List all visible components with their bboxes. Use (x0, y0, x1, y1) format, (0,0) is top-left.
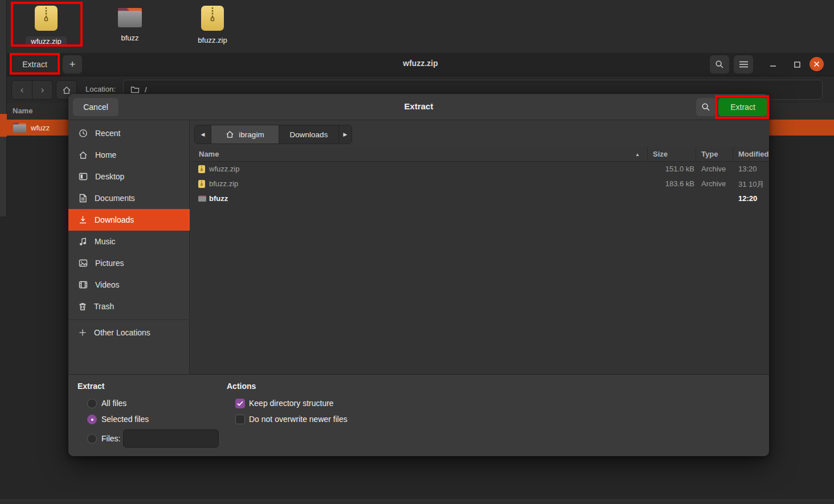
sidebar-item-documents[interactable]: Documents (68, 187, 190, 209)
zip-file-icon (200, 5, 225, 32)
dialog-header: Cancel Extract Extract (68, 94, 769, 120)
file-list-header[interactable]: Name ▲ Size Type Modified (190, 147, 769, 162)
extract-options-heading: Extract (77, 382, 104, 391)
breadcrumb: ◀ ibragim Downloads ▶ (194, 125, 352, 144)
desktop-icon-wfuzz-zip[interactable]: wfuzz.zip (26, 5, 67, 46)
left-edge-selection-sliver (0, 114, 7, 137)
videos-icon (79, 281, 88, 289)
sidebar-item-label: Videos (95, 280, 120, 289)
recent-icon (79, 129, 88, 138)
breadcrumb-back-arrow[interactable]: ◀ (195, 125, 211, 144)
column-separator[interactable] (733, 147, 733, 162)
column-header-name[interactable]: Name (199, 150, 219, 158)
left-edge-lower (0, 216, 7, 504)
desktop-icon-bfuzz-zip[interactable]: bfuzz.zip (192, 5, 233, 44)
column-header-type[interactable]: Type (701, 150, 718, 158)
sidebar-item-label: Music (95, 237, 116, 246)
radio-all-files[interactable] (87, 399, 97, 408)
downloads-icon (79, 215, 87, 224)
radio-all-files-label[interactable]: All files (101, 399, 126, 408)
location-path: / (145, 85, 147, 94)
checkmark-icon (237, 401, 243, 406)
breadcrumb-current-segment[interactable]: Downloads (279, 125, 339, 144)
column-header-modified[interactable]: Modified (738, 150, 768, 158)
headerbar: Extract + wfuzz.zip (7, 53, 834, 76)
sidebar-item-label: Other Locations (94, 328, 150, 337)
folder-icon (116, 6, 144, 30)
sidebar-item-pictures[interactable]: Pictures (68, 252, 190, 274)
close-icon (813, 61, 820, 67)
column-separator[interactable] (647, 147, 648, 162)
radio-files-label[interactable]: Files: (101, 434, 120, 443)
checkbox-keep-directory-structure[interactable] (235, 399, 245, 408)
desktop-icon-bfuzz[interactable]: bfuzz (109, 6, 150, 42)
maximize-icon (794, 62, 800, 68)
maximize-button[interactable] (787, 55, 807, 73)
hamburger-menu-button[interactable] (734, 55, 753, 73)
breadcrumb-forward-arrow[interactable]: ▶ (339, 125, 351, 144)
plus-icon (79, 329, 87, 337)
radio-files[interactable] (87, 434, 97, 444)
desktop-icon-label: wfuzz.zip (26, 36, 67, 46)
dialog-search-button[interactable] (696, 98, 716, 116)
places-sidebar: Recent Home Desktop (68, 120, 190, 374)
files-pattern-input[interactable] (123, 429, 219, 448)
sidebar-item-label: Home (95, 150, 116, 159)
sidebar-item-desktop[interactable]: Desktop (68, 166, 190, 187)
left-edge-panel (0, 0, 7, 504)
name-column-header: Name (13, 106, 32, 115)
checkbox-keep-label[interactable]: Keep directory structure (249, 399, 334, 408)
extract-options-panel: Extract All files Selected files Files: … (68, 374, 769, 456)
zip-file-icon (198, 179, 206, 189)
zip-file-icon (198, 165, 206, 174)
search-icon (715, 60, 724, 69)
sidebar-item-label: Recent (95, 129, 120, 138)
sort-ascending-icon: ▲ (635, 152, 640, 157)
breadcrumb-home-segment[interactable]: ibragim (211, 125, 279, 144)
selected-row-name: wfuzz (31, 124, 50, 132)
radio-selected-files-label[interactable]: Selected files (101, 415, 149, 424)
file-browser-area: ◀ ibragim Downloads ▶ (190, 120, 769, 374)
folder-icon (198, 194, 207, 202)
search-button[interactable] (710, 55, 729, 73)
search-icon (701, 103, 710, 112)
home-icon (62, 86, 71, 95)
checkbox-no-overwrite[interactable] (235, 415, 245, 424)
home-icon (226, 130, 234, 138)
trash-icon (79, 302, 87, 311)
desktop-icon-label: bfuzz (109, 34, 150, 42)
back-button[interactable]: ‹ (11, 80, 32, 100)
desktop-icon-label: bfuzz.zip (192, 36, 233, 44)
column-separator[interactable] (696, 147, 696, 162)
documents-icon (79, 194, 87, 203)
close-button[interactable] (810, 57, 824, 71)
radio-selected-files[interactable] (87, 415, 97, 424)
actions-heading: Actions (227, 382, 256, 391)
minimize-icon (770, 61, 776, 68)
desktop-icon (79, 173, 88, 181)
pictures-icon (79, 259, 88, 267)
file-row-bfuzz[interactable]: bfuzz 12:20 (190, 191, 769, 206)
sidebar-item-trash[interactable]: Trash (68, 296, 190, 317)
forward-button[interactable]: › (32, 80, 53, 100)
hamburger-icon (739, 61, 748, 68)
sidebar-item-label: Downloads (95, 215, 134, 224)
column-header-size[interactable]: Size (653, 150, 668, 158)
sidebar-item-downloads[interactable]: Downloads (68, 209, 190, 231)
checkbox-no-overwrite-label[interactable]: Do not overwrite newer files (249, 415, 348, 424)
sidebar-item-recent[interactable]: Recent (68, 122, 190, 144)
folder-icon (13, 122, 27, 133)
sidebar-item-music[interactable]: Music (68, 231, 190, 252)
file-row-bfuzz-zip[interactable]: bfuzz.zip 183.6 kB Archive 31 10月 (190, 177, 769, 191)
sidebar-item-home[interactable]: Home (68, 144, 190, 166)
sidebar-item-label: Pictures (95, 259, 124, 268)
screen: wfuzz.zip bfuzz bfuzz.zip (0, 0, 834, 504)
extract-confirm-button[interactable]: Extract (718, 98, 767, 116)
extract-dialog: Cancel Extract Extract Recent (68, 94, 769, 456)
breadcrumb-home-label: ibragim (239, 130, 264, 139)
sidebar-item-label: Desktop (95, 172, 124, 181)
file-row-wfuzz-zip[interactable]: wfuzz.zip 151.0 kB Archive 13:20 (190, 162, 769, 177)
sidebar-item-other-locations[interactable]: Other Locations (68, 322, 190, 343)
sidebar-item-videos[interactable]: Videos (68, 274, 190, 296)
minimize-button[interactable] (763, 55, 783, 73)
